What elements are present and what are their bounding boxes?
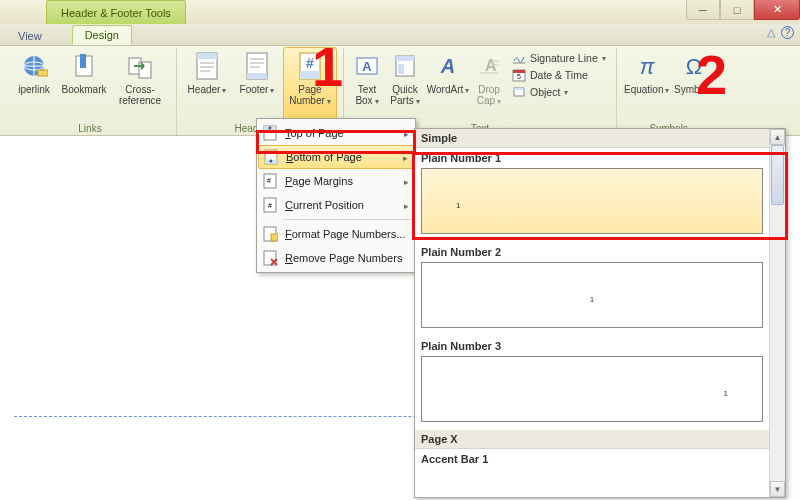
tab-view[interactable]: View xyxy=(6,27,54,45)
svg-text:#: # xyxy=(270,158,273,164)
date-time-button[interactable]: 5Date & Time xyxy=(508,67,610,83)
svg-rect-35 xyxy=(514,88,524,90)
current-position-icon: # xyxy=(261,197,279,213)
svg-text:A: A xyxy=(440,55,455,77)
dropcap-icon: A xyxy=(473,50,505,82)
gallery-item-label: Accent Bar 1 xyxy=(415,449,769,467)
hyperlink-button[interactable]: iperlink xyxy=(10,48,58,121)
footer-icon xyxy=(241,50,273,82)
contextual-tab-label: Header & Footer Tools xyxy=(46,0,186,24)
date-time-icon: 5 xyxy=(512,68,526,82)
svg-rect-13 xyxy=(247,73,267,79)
svg-text:#: # xyxy=(267,177,271,184)
svg-rect-24 xyxy=(398,64,404,74)
svg-text:5: 5 xyxy=(517,73,521,80)
title-bar: Header & Footer Tools ─ □ ✕ xyxy=(0,0,800,24)
quickparts-icon xyxy=(389,50,421,82)
menu-top-of-page[interactable]: # Top of Page xyxy=(257,121,415,145)
group-label-links: Links xyxy=(4,123,176,134)
signature-line-button[interactable]: Signature Line ▾ xyxy=(508,50,610,66)
object-button[interactable]: Object ▾ xyxy=(508,84,610,100)
hyperlink-icon xyxy=(18,50,50,82)
gallery-scrollbar[interactable]: ▲ ▼ xyxy=(769,129,785,497)
scroll-up-icon[interactable]: ▲ xyxy=(770,129,785,145)
group-symbols: π Equation Ω Symbol Symbols xyxy=(617,48,721,135)
page-margins-icon: # xyxy=(261,173,279,189)
gallery-item-label: Plain Number 2 xyxy=(415,242,769,260)
textbox-button[interactable]: A Text Box xyxy=(350,48,384,121)
group-links: iperlink Bookmark Cross-reference Links xyxy=(4,48,177,135)
svg-text:#: # xyxy=(268,202,272,209)
close-button[interactable]: ✕ xyxy=(754,0,800,20)
textbox-icon: A xyxy=(351,50,383,82)
page-number-icon: # xyxy=(294,50,326,82)
menu-format-page-numbers[interactable]: Format Page Numbers... xyxy=(257,222,415,246)
window-buttons: ─ □ ✕ xyxy=(686,0,800,20)
header-icon xyxy=(191,50,223,82)
ribbon-tabs: View Design △ ? xyxy=(0,24,800,46)
bottom-of-page-icon: # xyxy=(262,149,280,165)
format-page-numbers-icon xyxy=(261,226,279,242)
svg-rect-2 xyxy=(38,70,48,76)
gallery-item-plain-number-1[interactable]: 1 xyxy=(421,168,763,234)
svg-rect-8 xyxy=(197,53,217,59)
collapse-ribbon-icon[interactable]: △ xyxy=(767,26,775,39)
gallery-item-label: Plain Number 3 xyxy=(415,336,769,354)
help-icon[interactable]: ? xyxy=(781,26,794,39)
equation-button[interactable]: π Equation xyxy=(623,48,671,121)
footer-button[interactable]: Footer xyxy=(233,48,281,121)
cross-reference-button[interactable]: Cross-reference xyxy=(110,48,170,121)
svg-rect-49 xyxy=(271,234,278,241)
symbol-button[interactable]: Ω Symbol xyxy=(673,48,715,121)
minimize-button[interactable]: ─ xyxy=(686,0,720,20)
svg-text:A: A xyxy=(362,59,372,74)
wordart-button[interactable]: A WordArt xyxy=(426,48,470,121)
svg-text:#: # xyxy=(269,125,272,131)
svg-text:Ω: Ω xyxy=(685,54,701,79)
gallery-section-pagex: Page X xyxy=(415,430,769,449)
tab-design[interactable]: Design xyxy=(72,25,132,45)
svg-rect-23 xyxy=(396,56,414,61)
maximize-button[interactable]: □ xyxy=(720,0,754,20)
gallery-item-label: Plain Number 1 xyxy=(415,148,769,166)
svg-text:π: π xyxy=(639,54,655,79)
menu-page-margins[interactable]: # Page Margins xyxy=(257,169,415,193)
bookmark-icon xyxy=(68,50,100,82)
gallery-item-plain-number-2[interactable]: 1 xyxy=(421,262,763,328)
svg-text:#: # xyxy=(306,55,314,71)
cross-reference-icon xyxy=(124,50,156,82)
menu-separator xyxy=(283,219,411,220)
gallery-section-simple: Simple xyxy=(415,129,769,148)
header-button[interactable]: Header xyxy=(183,48,231,121)
signature-icon xyxy=(512,51,526,65)
remove-page-numbers-icon xyxy=(261,250,279,266)
top-of-page-icon: # xyxy=(261,125,279,141)
equation-icon: π xyxy=(631,50,663,82)
symbol-icon: Ω xyxy=(678,50,710,82)
svg-rect-6 xyxy=(139,62,151,78)
wordart-icon: A xyxy=(432,50,464,82)
scroll-thumb[interactable] xyxy=(771,145,784,205)
bookmark-button[interactable]: Bookmark xyxy=(60,48,108,121)
object-icon xyxy=(512,85,526,99)
gallery-item-plain-number-3[interactable]: 1 xyxy=(421,356,763,422)
page-number-button[interactable]: # Page Number xyxy=(283,47,337,121)
menu-remove-page-numbers[interactable]: Remove Page Numbers xyxy=(257,246,415,270)
page-number-gallery: Simple Plain Number 1 1 Plain Number 2 1… xyxy=(414,128,786,498)
scroll-down-icon[interactable]: ▼ xyxy=(770,481,785,497)
dropcap-button[interactable]: A Drop Cap xyxy=(472,48,506,121)
quickparts-button[interactable]: Quick Parts xyxy=(386,48,424,121)
menu-bottom-of-page[interactable]: # Bottom of Page xyxy=(258,145,414,169)
menu-current-position[interactable]: # Current Position xyxy=(257,193,415,217)
page-number-menu: # Top of Page # Bottom of Page # Page Ma… xyxy=(256,118,416,273)
svg-rect-18 xyxy=(300,71,320,79)
